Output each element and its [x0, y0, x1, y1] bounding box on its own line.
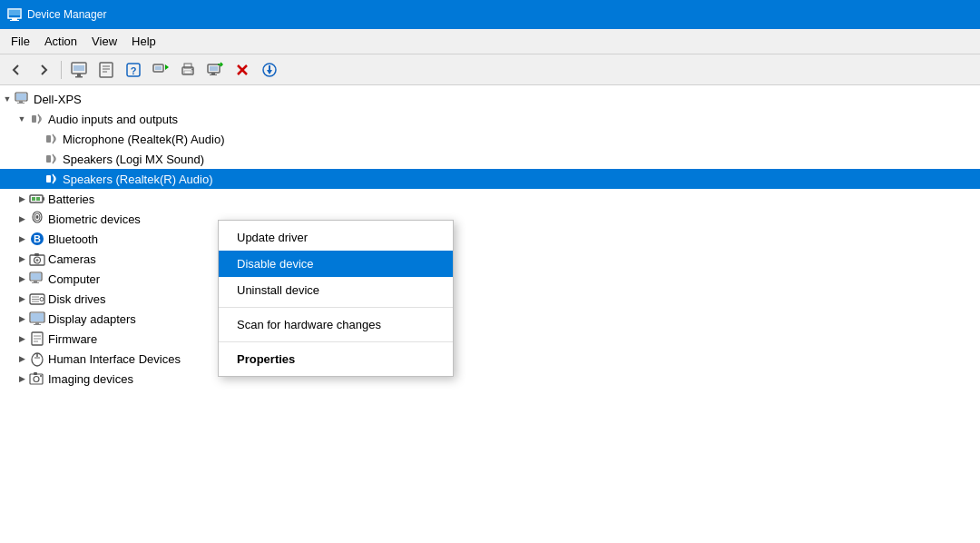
mic-expander [29, 132, 44, 146]
tree-item-bluetooth[interactable]: ▶ B Bluetooth [0, 229, 980, 249]
uninstall-icon [234, 62, 250, 78]
svg-rect-6 [77, 74, 81, 76]
print-button[interactable] [175, 58, 201, 82]
tree-item-batteries[interactable]: ▶ Batteries [0, 189, 980, 209]
tree-item-hid[interactable]: ▶ Human Interface Devices [0, 349, 980, 369]
enable-button[interactable] [148, 58, 173, 82]
disable-device-item[interactable]: Disable device [219, 251, 453, 277]
svg-rect-54 [34, 281, 37, 282]
svg-rect-40 [43, 197, 44, 201]
tree-item-computer[interactable]: ▶ Computer [0, 269, 980, 289]
update-driver-item[interactable]: Update driver [219, 224, 453, 251]
tree-item-root[interactable]: ▼ Dell-XPS [0, 89, 980, 109]
svg-rect-8 [100, 63, 113, 77]
audio-expander[interactable]: ▼ [15, 112, 29, 126]
svg-rect-35 [32, 115, 36, 123]
scan-button[interactable] [202, 58, 228, 82]
root-label: Dell-XPS [34, 93, 82, 106]
back-button[interactable] [4, 58, 29, 82]
title-bar: Device Manager [0, 0, 980, 29]
bluetooth-icon: B [29, 231, 45, 247]
batteries-icon [29, 191, 45, 207]
menu-view[interactable]: View [84, 31, 124, 52]
hid-label: Human Interface Devices [48, 352, 181, 366]
cameras-label: Cameras [48, 252, 96, 266]
display-expander[interactable]: ▶ [15, 311, 29, 326]
svg-rect-3 [8, 9, 21, 15]
svg-rect-64 [34, 324, 41, 325]
main-content: ▼ Dell-XPS ▼ Audio [0, 85, 980, 543]
scan-icon [207, 62, 223, 78]
properties-item[interactable]: Properties [219, 346, 453, 372]
biometric-label: Biometric devices [48, 212, 141, 226]
biometric-expander[interactable]: ▶ [15, 212, 29, 226]
tree-item-speakers-realtek[interactable]: Speakers (Realtek(R) Audio) [0, 169, 980, 189]
properties-button[interactable] [66, 58, 92, 82]
computer-expander[interactable]: ▶ [15, 272, 29, 286]
tree-item-audio[interactable]: ▼ Audio inputs and outputs [0, 109, 980, 129]
imaging-expander[interactable]: ▶ [15, 371, 29, 386]
help-icon: ? [125, 62, 142, 78]
disk-expander[interactable]: ▶ [15, 291, 29, 306]
update-button[interactable] [257, 58, 282, 82]
svg-point-20 [191, 68, 193, 70]
svg-point-45 [36, 215, 39, 219]
batteries-expander[interactable]: ▶ [15, 192, 29, 206]
toolbar-sep-1 [61, 61, 62, 79]
svg-rect-7 [75, 76, 83, 78]
bluetooth-label: Bluetooth [48, 232, 98, 246]
tree-item-display[interactable]: ▶ Display adapters [0, 309, 980, 329]
microphone-label: Microphone (Realtek(R) Audio) [63, 133, 224, 146]
app-icon [7, 7, 22, 22]
svg-rect-41 [32, 197, 35, 201]
enable-icon [152, 62, 169, 78]
tree-item-cameras[interactable]: ▶ Cameras [0, 249, 980, 269]
computer-icon-2 [29, 271, 45, 287]
imaging-icon [29, 370, 45, 387]
uninstall-device-item[interactable]: Uninstall device [219, 277, 453, 303]
tree-item-firmware[interactable]: ▶ Firmware [0, 329, 980, 349]
tree-item-disk[interactable]: ▶ Disk drives [0, 289, 980, 309]
svg-point-50 [36, 259, 39, 262]
bluetooth-expander[interactable]: ▶ [15, 232, 29, 246]
firmware-expander[interactable]: ▶ [15, 331, 29, 346]
svg-rect-23 [211, 73, 215, 74]
computer-label: Computer [48, 272, 100, 286]
svg-rect-34 [17, 103, 24, 104]
svg-rect-15 [155, 66, 162, 70]
svg-rect-36 [46, 135, 51, 143]
help-button[interactable]: ? [121, 58, 146, 82]
svg-rect-19 [184, 71, 191, 74]
properties-icon [71, 62, 87, 78]
tree-item-imaging[interactable]: ▶ Imaging devices [0, 369, 980, 389]
print-icon [180, 62, 196, 78]
driver-details-icon [98, 62, 114, 78]
uninstall-button[interactable] [230, 58, 255, 82]
menu-file[interactable]: File [4, 31, 37, 52]
forward-button[interactable] [31, 58, 56, 82]
tree-view[interactable]: ▼ Dell-XPS ▼ Audio [0, 85, 980, 543]
driver-details-button[interactable] [93, 58, 119, 82]
tree-item-speakers-logi[interactable]: Speakers (Logi MX Sound) [0, 149, 980, 169]
tree-item-biometric[interactable]: ▶ Biometric devices [0, 209, 980, 229]
menu-help[interactable]: Help [124, 31, 163, 52]
cameras-expander[interactable]: ▶ [15, 252, 29, 266]
context-menu-sep-2 [219, 341, 453, 342]
cameras-icon [29, 251, 45, 267]
batteries-label: Batteries [48, 193, 94, 206]
scan-hardware-item[interactable]: Scan for hardware changes [219, 311, 453, 338]
menu-bar: File Action View Help [0, 29, 980, 54]
svg-rect-2 [10, 20, 19, 21]
menu-action[interactable]: Action [37, 31, 84, 52]
disk-icon [29, 291, 45, 307]
svg-rect-42 [36, 197, 40, 201]
svg-rect-55 [32, 282, 39, 283]
svg-rect-38 [46, 175, 51, 183]
tree-item-microphone[interactable]: Microphone (Realtek(R) Audio) [0, 129, 980, 149]
root-expander[interactable]: ▼ [0, 92, 15, 106]
svg-rect-53 [31, 273, 41, 280]
hid-expander[interactable]: ▶ [15, 351, 29, 366]
toolbar: ? [0, 54, 980, 85]
update-icon [261, 62, 278, 78]
svg-rect-5 [74, 65, 84, 71]
